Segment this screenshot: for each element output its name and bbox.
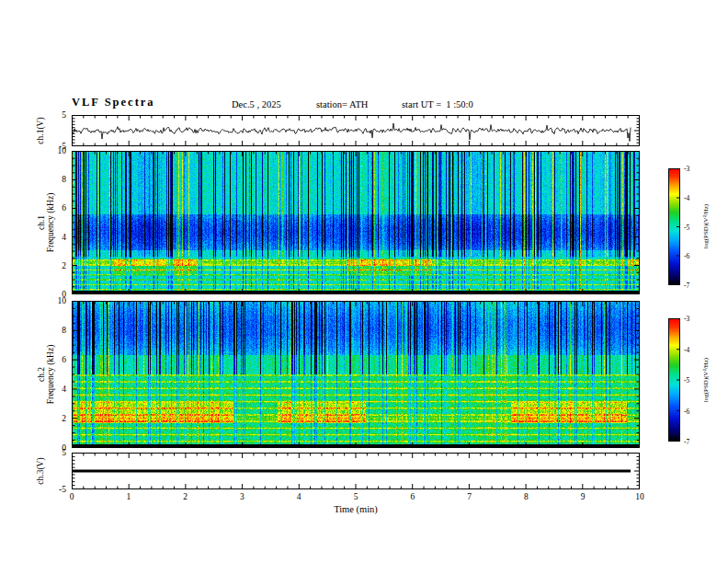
tick-label: -6 [684,252,689,260]
tick-label: -4 [684,345,689,353]
tick-label: 4 [62,233,66,242]
colorbar1-label: log(PSD)(V²/Hz) [703,204,710,248]
date-label: Dec.5 , 2025 [232,99,281,109]
figure-title: VLF Spectra [72,96,155,109]
tick-label: 1 [126,492,131,501]
tick-label: 6 [62,355,66,364]
ch2-axis-channel-text: ch.2 [37,345,46,405]
tick-label: 6 [62,203,66,213]
ch3-voltage-axis-text: ch.3(V) [36,457,45,484]
tick-label: -5 [684,223,689,231]
ch3-voltage-axis-label: ch.3(V) [36,457,45,484]
ch1-axis-channel-text: ch.1 [37,193,46,253]
colorbar-ch1 [668,168,680,285]
tick-label: 2 [62,414,66,423]
x-axis-title: Time (min) [334,504,378,514]
station-label: station= ATH [316,99,368,109]
tick-label: 2 [183,492,188,501]
start-ut-label: start UT = 1 :50:0 [402,99,473,109]
tick-label: 0 [70,492,74,501]
tick-label: 10 [635,492,644,501]
ch1-voltage-axis-text: ch.1(V) [36,117,45,144]
tick-label: -7 [684,438,689,446]
tick-label: 7 [467,492,472,501]
ch1-axis-frequency-text: Frequency (kHz) [46,193,55,253]
tick-label: -3 [684,315,689,323]
tick-label: -5 [59,485,66,494]
ch1-spectrogram-panel [72,151,640,294]
tick-label: 5 [62,110,66,120]
ch1-frequency-axis-label: ch.1 Frequency (kHz) [37,193,55,253]
ch1-voltage-axis-label: ch.1(V) [36,117,45,144]
ch2-spectrogram-panel [72,301,640,448]
vlf-spectra-figure: VLF Spectra Dec.5 , 2025 station= ATH st… [0,0,728,563]
colorbar-ch2 [668,318,680,442]
tick-label: 3 [240,492,245,501]
tick-label: 4 [297,492,301,501]
ch1-waveform-panel [72,115,640,146]
colorbar2-label-text: log(PSD)(V²/Hz) [703,358,710,402]
tick-label: 10 [58,146,67,155]
tick-label: 2 [62,261,66,270]
ch2-frequency-axis-label: ch.2 Frequency (kHz) [37,345,55,405]
tick-label: -6 [684,407,689,415]
tick-label: 5 [62,448,66,457]
colorbar1-label-text: log(PSD)(V²/Hz) [703,204,710,248]
tick-label: 8 [524,492,529,501]
tick-label: -4 [684,193,689,201]
ch3-waveform-panel [72,453,640,489]
tick-label: -5 [684,376,689,385]
ch2-axis-frequency-text: Frequency (kHz) [46,345,55,405]
tick-label: 8 [62,326,66,335]
tick-label: 6 [410,492,415,501]
tick-label: 4 [62,385,66,394]
tick-label: 8 [62,175,66,184]
tick-label: 5 [354,492,358,501]
tick-label: -3 [684,165,689,173]
tick-label: 9 [581,492,586,501]
tick-label: -7 [684,282,689,290]
tick-label: 10 [58,296,67,305]
colorbar2-label: log(PSD)(V²/Hz) [703,358,710,402]
